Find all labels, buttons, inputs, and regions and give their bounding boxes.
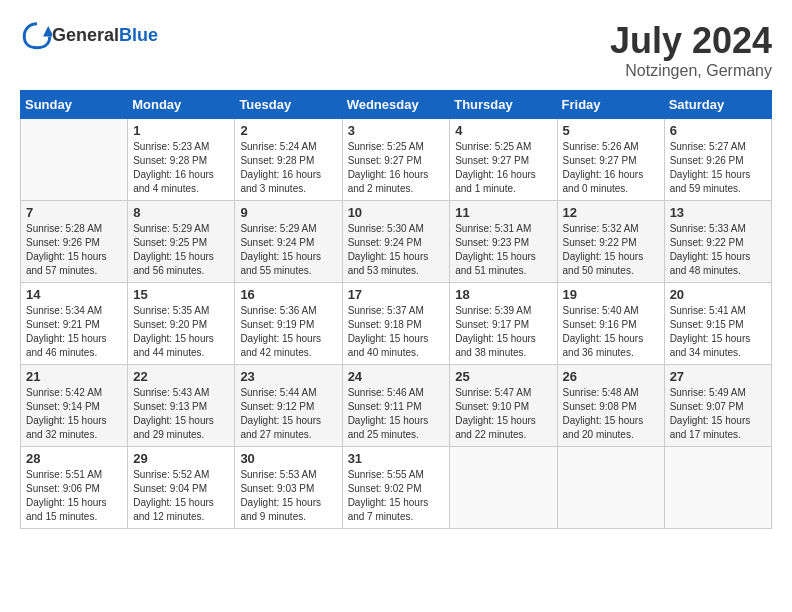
day-info: Sunrise: 5:32 AMSunset: 9:22 PMDaylight:… — [563, 222, 659, 278]
weekday-header-wednesday: Wednesday — [342, 91, 450, 119]
logo-icon — [22, 20, 52, 50]
day-info: Sunrise: 5:51 AMSunset: 9:06 PMDaylight:… — [26, 468, 122, 524]
day-number: 2 — [240, 123, 336, 138]
calendar-cell: 24Sunrise: 5:46 AMSunset: 9:11 PMDayligh… — [342, 365, 450, 447]
day-number: 19 — [563, 287, 659, 302]
day-number: 16 — [240, 287, 336, 302]
day-number: 1 — [133, 123, 229, 138]
day-info: Sunrise: 5:24 AMSunset: 9:28 PMDaylight:… — [240, 140, 336, 196]
day-number: 27 — [670, 369, 766, 384]
calendar-cell: 15Sunrise: 5:35 AMSunset: 9:20 PMDayligh… — [128, 283, 235, 365]
calendar-cell: 28Sunrise: 5:51 AMSunset: 9:06 PMDayligh… — [21, 447, 128, 529]
calendar-cell: 11Sunrise: 5:31 AMSunset: 9:23 PMDayligh… — [450, 201, 557, 283]
day-info: Sunrise: 5:31 AMSunset: 9:23 PMDaylight:… — [455, 222, 551, 278]
day-number: 4 — [455, 123, 551, 138]
calendar-cell: 20Sunrise: 5:41 AMSunset: 9:15 PMDayligh… — [664, 283, 771, 365]
day-number: 15 — [133, 287, 229, 302]
day-number: 12 — [563, 205, 659, 220]
day-number: 5 — [563, 123, 659, 138]
logo: GeneralBlue — [20, 20, 158, 50]
weekday-header-sunday: Sunday — [21, 91, 128, 119]
calendar-cell: 8Sunrise: 5:29 AMSunset: 9:25 PMDaylight… — [128, 201, 235, 283]
day-info: Sunrise: 5:44 AMSunset: 9:12 PMDaylight:… — [240, 386, 336, 442]
day-number: 14 — [26, 287, 122, 302]
day-number: 24 — [348, 369, 445, 384]
day-info: Sunrise: 5:28 AMSunset: 9:26 PMDaylight:… — [26, 222, 122, 278]
calendar-cell: 23Sunrise: 5:44 AMSunset: 9:12 PMDayligh… — [235, 365, 342, 447]
calendar-cell: 14Sunrise: 5:34 AMSunset: 9:21 PMDayligh… — [21, 283, 128, 365]
calendar-cell: 25Sunrise: 5:47 AMSunset: 9:10 PMDayligh… — [450, 365, 557, 447]
calendar-cell: 16Sunrise: 5:36 AMSunset: 9:19 PMDayligh… — [235, 283, 342, 365]
day-info: Sunrise: 5:25 AMSunset: 9:27 PMDaylight:… — [455, 140, 551, 196]
day-number: 25 — [455, 369, 551, 384]
day-info: Sunrise: 5:35 AMSunset: 9:20 PMDaylight:… — [133, 304, 229, 360]
weekday-header-tuesday: Tuesday — [235, 91, 342, 119]
day-number: 8 — [133, 205, 229, 220]
calendar-cell: 6Sunrise: 5:27 AMSunset: 9:26 PMDaylight… — [664, 119, 771, 201]
calendar-cell: 30Sunrise: 5:53 AMSunset: 9:03 PMDayligh… — [235, 447, 342, 529]
weekday-header-saturday: Saturday — [664, 91, 771, 119]
day-number: 6 — [670, 123, 766, 138]
day-number: 3 — [348, 123, 445, 138]
weekday-header-monday: Monday — [128, 91, 235, 119]
day-info: Sunrise: 5:49 AMSunset: 9:07 PMDaylight:… — [670, 386, 766, 442]
calendar-week-row: 28Sunrise: 5:51 AMSunset: 9:06 PMDayligh… — [21, 447, 772, 529]
page-header: GeneralBlue July 2024 Notzingen, Germany — [20, 20, 772, 80]
day-number: 30 — [240, 451, 336, 466]
calendar-cell: 5Sunrise: 5:26 AMSunset: 9:27 PMDaylight… — [557, 119, 664, 201]
day-info: Sunrise: 5:41 AMSunset: 9:15 PMDaylight:… — [670, 304, 766, 360]
location-title: Notzingen, Germany — [610, 62, 772, 80]
day-info: Sunrise: 5:40 AMSunset: 9:16 PMDaylight:… — [563, 304, 659, 360]
day-info: Sunrise: 5:37 AMSunset: 9:18 PMDaylight:… — [348, 304, 445, 360]
calendar-cell: 10Sunrise: 5:30 AMSunset: 9:24 PMDayligh… — [342, 201, 450, 283]
calendar-cell: 12Sunrise: 5:32 AMSunset: 9:22 PMDayligh… — [557, 201, 664, 283]
calendar-cell: 26Sunrise: 5:48 AMSunset: 9:08 PMDayligh… — [557, 365, 664, 447]
title-block: July 2024 Notzingen, Germany — [610, 20, 772, 80]
month-title: July 2024 — [610, 20, 772, 62]
calendar-cell: 27Sunrise: 5:49 AMSunset: 9:07 PMDayligh… — [664, 365, 771, 447]
day-number: 13 — [670, 205, 766, 220]
day-number: 22 — [133, 369, 229, 384]
day-info: Sunrise: 5:23 AMSunset: 9:28 PMDaylight:… — [133, 140, 229, 196]
calendar-cell: 1Sunrise: 5:23 AMSunset: 9:28 PMDaylight… — [128, 119, 235, 201]
calendar-cell: 29Sunrise: 5:52 AMSunset: 9:04 PMDayligh… — [128, 447, 235, 529]
calendar-cell: 13Sunrise: 5:33 AMSunset: 9:22 PMDayligh… — [664, 201, 771, 283]
day-info: Sunrise: 5:27 AMSunset: 9:26 PMDaylight:… — [670, 140, 766, 196]
calendar-cell — [21, 119, 128, 201]
day-info: Sunrise: 5:55 AMSunset: 9:02 PMDaylight:… — [348, 468, 445, 524]
day-number: 26 — [563, 369, 659, 384]
weekday-header-friday: Friday — [557, 91, 664, 119]
logo-blue: Blue — [119, 25, 158, 45]
day-info: Sunrise: 5:52 AMSunset: 9:04 PMDaylight:… — [133, 468, 229, 524]
svg-marker-0 — [43, 26, 52, 37]
day-info: Sunrise: 5:42 AMSunset: 9:14 PMDaylight:… — [26, 386, 122, 442]
day-number: 29 — [133, 451, 229, 466]
day-info: Sunrise: 5:33 AMSunset: 9:22 PMDaylight:… — [670, 222, 766, 278]
day-number: 23 — [240, 369, 336, 384]
day-info: Sunrise: 5:25 AMSunset: 9:27 PMDaylight:… — [348, 140, 445, 196]
calendar-cell: 3Sunrise: 5:25 AMSunset: 9:27 PMDaylight… — [342, 119, 450, 201]
day-number: 17 — [348, 287, 445, 302]
day-info: Sunrise: 5:36 AMSunset: 9:19 PMDaylight:… — [240, 304, 336, 360]
calendar-week-row: 14Sunrise: 5:34 AMSunset: 9:21 PMDayligh… — [21, 283, 772, 365]
day-number: 20 — [670, 287, 766, 302]
calendar-table: SundayMondayTuesdayWednesdayThursdayFrid… — [20, 90, 772, 529]
logo-general: General — [52, 25, 119, 45]
day-number: 28 — [26, 451, 122, 466]
calendar-cell: 19Sunrise: 5:40 AMSunset: 9:16 PMDayligh… — [557, 283, 664, 365]
calendar-cell: 31Sunrise: 5:55 AMSunset: 9:02 PMDayligh… — [342, 447, 450, 529]
calendar-week-row: 1Sunrise: 5:23 AMSunset: 9:28 PMDaylight… — [21, 119, 772, 201]
day-info: Sunrise: 5:39 AMSunset: 9:17 PMDaylight:… — [455, 304, 551, 360]
calendar-cell: 4Sunrise: 5:25 AMSunset: 9:27 PMDaylight… — [450, 119, 557, 201]
day-number: 7 — [26, 205, 122, 220]
day-info: Sunrise: 5:34 AMSunset: 9:21 PMDaylight:… — [26, 304, 122, 360]
day-number: 31 — [348, 451, 445, 466]
day-info: Sunrise: 5:30 AMSunset: 9:24 PMDaylight:… — [348, 222, 445, 278]
day-info: Sunrise: 5:48 AMSunset: 9:08 PMDaylight:… — [563, 386, 659, 442]
calendar-week-row: 21Sunrise: 5:42 AMSunset: 9:14 PMDayligh… — [21, 365, 772, 447]
day-number: 10 — [348, 205, 445, 220]
day-info: Sunrise: 5:29 AMSunset: 9:24 PMDaylight:… — [240, 222, 336, 278]
calendar-cell: 18Sunrise: 5:39 AMSunset: 9:17 PMDayligh… — [450, 283, 557, 365]
day-number: 18 — [455, 287, 551, 302]
day-info: Sunrise: 5:46 AMSunset: 9:11 PMDaylight:… — [348, 386, 445, 442]
